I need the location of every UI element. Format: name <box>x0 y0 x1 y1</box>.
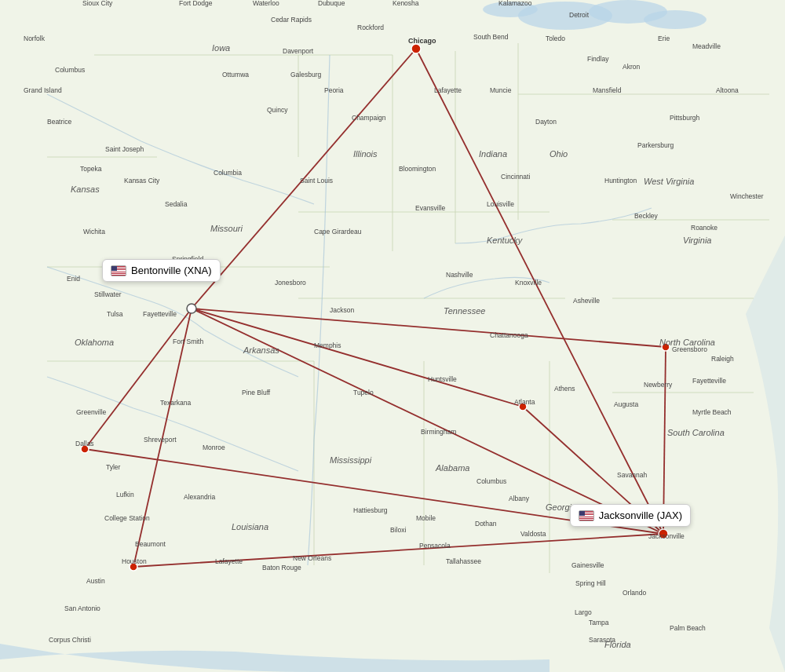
svg-text:Gainesville: Gainesville <box>571 561 604 569</box>
map-container: Iowa Illinois Indiana Ohio Kansas Missou… <box>0 0 785 672</box>
svg-text:Winchester: Winchester <box>730 192 764 200</box>
svg-text:Arkansas: Arkansas <box>243 345 279 355</box>
svg-text:Missouri: Missouri <box>210 224 243 233</box>
svg-text:Norfolk: Norfolk <box>24 35 46 42</box>
svg-text:Savannah: Savannah <box>617 471 648 479</box>
svg-text:Greensboro: Greensboro <box>672 345 707 353</box>
svg-text:Saint Louis: Saint Louis <box>300 177 333 184</box>
svg-point-41 <box>411 44 421 53</box>
svg-point-3 <box>644 10 706 29</box>
us-flag-bentonville <box>111 265 126 276</box>
svg-text:Rockford: Rockford <box>357 24 384 31</box>
svg-text:Evansville: Evansville <box>415 204 446 212</box>
svg-text:Peoria: Peoria <box>324 86 344 94</box>
svg-text:Jonesboro: Jonesboro <box>275 279 306 287</box>
svg-text:Virginia: Virginia <box>683 236 712 245</box>
svg-text:Akron: Akron <box>623 63 640 71</box>
svg-text:Cape Girardeau: Cape Girardeau <box>314 228 362 236</box>
svg-text:Tupelo: Tupelo <box>353 389 374 396</box>
svg-text:West Virginia: West Virginia <box>644 177 694 186</box>
svg-text:Lafayette: Lafayette <box>434 86 462 94</box>
svg-text:Louisville: Louisville <box>487 200 514 208</box>
bentonville-label: Bentonville (XNA) <box>102 259 221 282</box>
svg-text:Sioux City: Sioux City <box>82 0 113 7</box>
svg-text:Kansas City: Kansas City <box>124 177 160 184</box>
bentonville-label-text: Bentonville (XNA) <box>131 265 212 276</box>
jacksonville-label-text: Jacksonville (JAX) <box>599 509 682 521</box>
svg-text:Newberry: Newberry <box>644 381 673 389</box>
svg-text:New Orleans: New Orleans <box>293 554 331 562</box>
svg-text:Ottumwa: Ottumwa <box>222 71 249 79</box>
svg-text:Fayetteville: Fayetteville <box>692 377 726 385</box>
svg-point-42 <box>187 304 196 313</box>
svg-text:Toledo: Toledo <box>546 35 565 42</box>
svg-text:Huntsville: Huntsville <box>428 375 457 383</box>
svg-text:Chattanooga: Chattanooga <box>490 331 528 339</box>
svg-text:Waterloo: Waterloo <box>253 0 279 7</box>
svg-text:Tennessee: Tennessee <box>444 306 485 316</box>
svg-text:Bloomington: Bloomington <box>399 165 436 173</box>
svg-text:Athens: Athens <box>554 385 575 393</box>
svg-text:South Bend: South Bend <box>473 33 509 41</box>
svg-text:Wichita: Wichita <box>83 228 105 236</box>
svg-text:Kenosha: Kenosha <box>392 0 419 7</box>
svg-text:Nashville: Nashville <box>446 271 473 279</box>
svg-text:Chicago: Chicago <box>408 37 436 45</box>
svg-text:Mansfield: Mansfield <box>593 86 622 94</box>
svg-text:Largo: Largo <box>575 608 592 616</box>
svg-text:San Antonio: San Antonio <box>64 604 100 612</box>
svg-text:Roanoke: Roanoke <box>691 224 717 232</box>
svg-text:Columbia: Columbia <box>214 169 242 177</box>
svg-text:Enid: Enid <box>67 275 80 283</box>
svg-text:Sarasota: Sarasota <box>589 636 615 644</box>
svg-text:Huntington: Huntington <box>604 177 637 184</box>
svg-text:Meadville: Meadville <box>692 42 721 50</box>
svg-text:Fayetteville: Fayetteville <box>143 310 177 318</box>
svg-text:Tyler: Tyler <box>106 463 121 471</box>
svg-text:Iowa: Iowa <box>212 43 230 53</box>
svg-text:Atlanta: Atlanta <box>514 398 535 406</box>
svg-text:Indiana: Indiana <box>479 149 507 159</box>
svg-text:Alexandria: Alexandria <box>184 493 215 501</box>
svg-text:Quincy: Quincy <box>267 106 288 114</box>
svg-text:Sedalia: Sedalia <box>165 200 188 208</box>
svg-text:Stillwater: Stillwater <box>94 290 122 298</box>
svg-text:Birmingham: Birmingham <box>421 428 456 436</box>
svg-text:Erie: Erie <box>658 35 670 42</box>
svg-text:South Carolina: South Carolina <box>667 428 725 437</box>
svg-text:Altoona: Altoona <box>716 86 739 94</box>
svg-text:Mississippi: Mississippi <box>330 455 372 465</box>
svg-text:Jacksonville: Jacksonville <box>648 532 685 540</box>
svg-text:Muncie: Muncie <box>490 86 512 94</box>
svg-text:Austin: Austin <box>86 577 105 585</box>
svg-text:Albany: Albany <box>509 495 530 502</box>
svg-text:Memphis: Memphis <box>314 341 341 349</box>
svg-text:Houston: Houston <box>122 557 147 565</box>
svg-text:Baton Rouge: Baton Rouge <box>262 564 301 572</box>
svg-text:College Station: College Station <box>104 514 150 522</box>
svg-text:Greenville: Greenville <box>76 408 107 416</box>
svg-text:Beaumont: Beaumont <box>135 540 166 548</box>
svg-text:Lafayette: Lafayette <box>215 557 243 565</box>
svg-text:Biloxi: Biloxi <box>390 526 406 534</box>
svg-text:Beatrice: Beatrice <box>47 118 71 126</box>
svg-text:Kentucky: Kentucky <box>487 236 524 245</box>
svg-text:Pensacola: Pensacola <box>419 542 451 550</box>
svg-text:Champaign: Champaign <box>352 114 386 122</box>
svg-text:Tallahassee: Tallahassee <box>446 557 481 565</box>
svg-text:Columbus: Columbus <box>55 66 85 74</box>
svg-text:Shreveport: Shreveport <box>144 436 177 444</box>
svg-text:Mobile: Mobile <box>416 514 436 522</box>
svg-text:Galesburg: Galesburg <box>290 71 321 79</box>
svg-text:Fort Dodge: Fort Dodge <box>179 0 213 7</box>
svg-text:Ohio: Ohio <box>550 149 568 159</box>
svg-text:Dallas: Dallas <box>75 440 94 447</box>
map-svg: Iowa Illinois Indiana Ohio Kansas Missou… <box>0 0 785 672</box>
svg-text:Saint Joseph: Saint Joseph <box>105 145 144 153</box>
svg-text:Alabama: Alabama <box>435 463 469 473</box>
svg-text:Corpus Christi: Corpus Christi <box>49 636 91 644</box>
svg-text:Hattiesburg: Hattiesburg <box>353 506 388 514</box>
svg-text:Pine Bluff: Pine Bluff <box>242 389 271 396</box>
svg-text:Tulsa: Tulsa <box>107 310 123 318</box>
svg-text:Monroe: Monroe <box>203 444 225 451</box>
